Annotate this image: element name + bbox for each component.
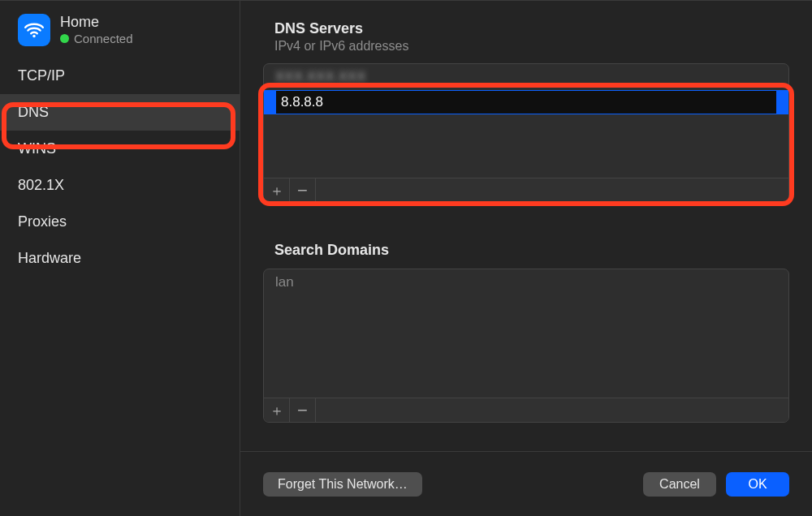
nav-item-proxies[interactable]: Proxies: [0, 204, 240, 240]
dns-servers-box: XXX.XXX.XXX 8.8.8.8 ＋ −: [263, 63, 789, 203]
main-panel: DNS Servers IPv4 or IPv6 addresses XXX.X…: [240, 1, 812, 516]
dns-servers-rows: XXX.XXX.XXX 8.8.8.8: [264, 64, 788, 178]
add-dns-button[interactable]: ＋: [264, 178, 290, 203]
dns-section-title: DNS Servers: [274, 20, 789, 37]
dns-server-row-redacted[interactable]: XXX.XXX.XXX: [264, 64, 788, 90]
status-dot-icon: [60, 34, 69, 43]
remove-dns-button[interactable]: −: [290, 178, 316, 203]
nav-list: TCP/IP DNS WINS 802.1X Proxies Hardware: [0, 58, 240, 277]
dns-server-row-editing[interactable]: 8.8.8.8: [264, 90, 788, 114]
cancel-button[interactable]: Cancel: [643, 472, 716, 497]
remove-search-domain-button[interactable]: −: [290, 398, 316, 423]
nav-item-8021x[interactable]: 802.1X: [0, 167, 240, 204]
footer-bar: Forget This Network… Cancel OK: [240, 451, 812, 516]
nav-item-hardware[interactable]: Hardware: [0, 240, 240, 277]
ok-button[interactable]: OK: [726, 472, 789, 497]
svg-point-0: [32, 35, 35, 37]
nav-item-dns[interactable]: DNS: [0, 94, 240, 131]
forget-network-button[interactable]: Forget This Network…: [263, 472, 422, 497]
connection-status: Connected: [60, 32, 133, 45]
search-domains-rows: lan: [264, 269, 788, 398]
network-header: Home Connected: [0, 9, 240, 58]
dns-server-input[interactable]: 8.8.8.8: [275, 90, 777, 114]
add-search-domain-button[interactable]: ＋: [264, 398, 290, 423]
dns-box-wrap: XXX.XXX.XXX 8.8.8.8 ＋ −: [263, 54, 789, 203]
network-name: Home: [60, 15, 133, 31]
network-settings-window: Home Connected TCP/IP DNS WINS 802.1X Pr…: [0, 0, 812, 516]
search-domains-footer: ＋ −: [264, 398, 788, 422]
sidebar: Home Connected TCP/IP DNS WINS 802.1X Pr…: [0, 1, 240, 516]
nav-item-tcpip[interactable]: TCP/IP: [0, 58, 240, 94]
connection-status-text: Connected: [74, 32, 133, 45]
search-domains-title: Search Domains: [274, 242, 789, 259]
dns-list-footer: ＋ −: [264, 178, 788, 202]
search-domains-box: lan ＋ −: [263, 269, 789, 423]
dns-section-subtitle: IPv4 or IPv6 addresses: [274, 39, 789, 54]
nav-item-wins[interactable]: WINS: [0, 131, 240, 167]
wifi-icon: [18, 14, 50, 46]
search-domain-row[interactable]: lan: [264, 269, 788, 295]
search-domains-section: Search Domains lan ＋ −: [263, 242, 789, 423]
